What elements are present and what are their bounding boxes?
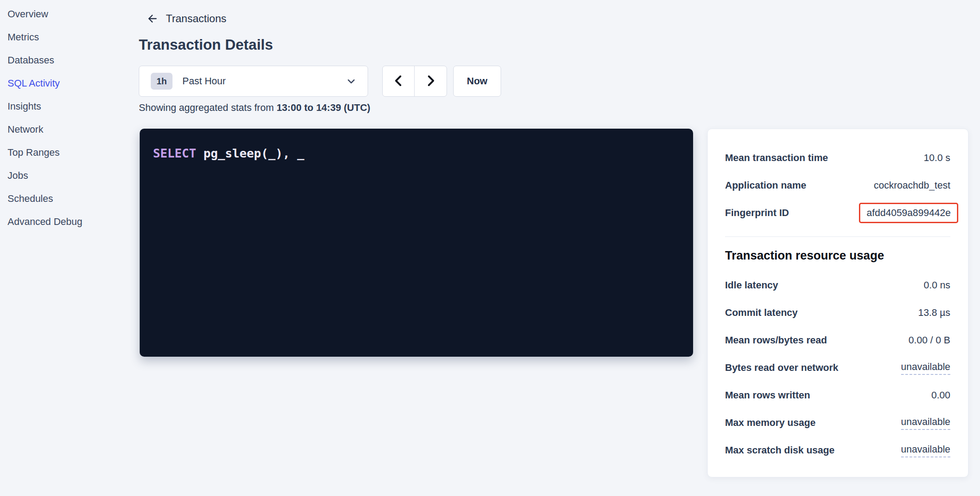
detail-value: 0.0 ns xyxy=(924,279,950,291)
time-range-dropdown[interactable]: 1h Past Hour xyxy=(139,66,368,97)
detail-label: Mean rows written xyxy=(725,390,810,401)
sidebar-item-sql-activity[interactable]: SQL Activity xyxy=(0,72,133,95)
detail-label: Commit latency xyxy=(725,307,798,319)
detail-label: Mean transaction time xyxy=(725,152,828,164)
detail-label: Max scratch disk usage xyxy=(725,445,835,456)
detail-label: Bytes read over network xyxy=(725,362,839,374)
previous-time-range-button[interactable] xyxy=(383,66,415,96)
sidebar-item-advanced-debug[interactable]: Advanced Debug xyxy=(0,210,133,233)
detail-row-mean-rows-bytes-read: Mean rows/bytes read 0.00 / 0 B xyxy=(725,327,950,354)
detail-value: 13.8 µs xyxy=(918,307,950,319)
detail-value-unavailable: unavailable xyxy=(901,444,950,457)
chevron-left-icon xyxy=(392,74,406,89)
detail-label: Mean rows/bytes read xyxy=(725,335,827,346)
sidebar-item-overview[interactable]: Overview xyxy=(0,3,133,26)
chevron-right-icon xyxy=(423,74,438,89)
detail-label: Application name xyxy=(725,180,806,191)
sidebar-item-top-ranges[interactable]: Top Ranges xyxy=(0,141,133,164)
detail-value: cockroachdb_test xyxy=(874,180,950,191)
detail-value: 0.00 xyxy=(931,390,950,401)
detail-label: Idle latency xyxy=(725,279,778,291)
detail-row-max-scratch-disk-usage: Max scratch disk usage unavailable xyxy=(725,437,950,464)
time-range-badge: 1h xyxy=(151,73,172,90)
detail-value-unavailable: unavailable xyxy=(901,416,950,430)
sidebar-item-insights[interactable]: Insights xyxy=(0,95,133,118)
detail-row-max-memory-usage: Max memory usage unavailable xyxy=(725,409,950,437)
resource-usage-section-title: Transaction resource usage xyxy=(725,246,950,265)
detail-row-mean-rows-written: Mean rows written 0.00 xyxy=(725,382,950,409)
sidebar-item-metrics[interactable]: Metrics xyxy=(0,26,133,49)
detail-label: Fingerprint ID xyxy=(725,207,789,219)
sql-body: pg_sleep(_), _ xyxy=(196,146,305,160)
aggregated-stats-status: Showing aggregated stats from 13:00 to 1… xyxy=(139,102,370,114)
arrow-left-icon xyxy=(146,12,159,25)
detail-value-unavailable: unavailable xyxy=(901,361,950,375)
time-range-label: Past Hour xyxy=(182,75,226,87)
transaction-details-card: Mean transaction time 10.0 s Application… xyxy=(707,129,968,477)
page-title: Transaction Details xyxy=(139,36,273,53)
detail-row-commit-latency: Commit latency 13.8 µs xyxy=(725,299,950,327)
detail-row-mean-transaction-time: Mean transaction time 10.0 s xyxy=(725,144,950,172)
time-step-button-group xyxy=(382,66,447,97)
detail-row-application-name: Application name cockroachdb_test xyxy=(725,172,950,199)
breadcrumb-label: Transactions xyxy=(166,12,227,25)
next-time-range-button[interactable] xyxy=(415,66,447,96)
status-prefix: Showing aggregated stats from xyxy=(139,102,277,113)
sql-statement-box: SELECT pg_sleep(_), _ xyxy=(140,129,693,357)
detail-label: Max memory usage xyxy=(725,417,815,429)
detail-row-idle-latency: Idle latency 0.0 ns xyxy=(725,272,950,299)
chevron-down-icon xyxy=(345,75,357,87)
status-time-range: 13:00 to 14:39 (UTC) xyxy=(277,102,371,113)
detail-row-bytes-read-over-network: Bytes read over network unavailable xyxy=(725,354,950,382)
sidebar-item-network[interactable]: Network xyxy=(0,118,133,141)
breadcrumb-back-transactions[interactable]: Transactions xyxy=(146,11,227,27)
now-button[interactable]: Now xyxy=(453,66,501,97)
detail-value: 10.0 s xyxy=(924,152,950,164)
fingerprint-highlight-box: afdd4059a899442e xyxy=(859,203,958,223)
detail-row-fingerprint-id: Fingerprint ID afdd4059a899442e xyxy=(725,199,950,227)
sidebar-item-jobs[interactable]: Jobs xyxy=(0,164,133,187)
time-controls: 1h Past Hour Now xyxy=(139,66,501,97)
sidebar-item-databases[interactable]: Databases xyxy=(0,49,133,72)
sql-statement-text: SELECT pg_sleep(_), _ xyxy=(153,146,680,161)
card-divider xyxy=(725,236,950,237)
sidebar-item-schedules[interactable]: Schedules xyxy=(0,187,133,210)
detail-value: 0.00 / 0 B xyxy=(909,335,950,346)
sidebar: Overview Metrics Databases SQL Activity … xyxy=(0,3,133,233)
sql-keyword: SELECT xyxy=(153,146,196,160)
